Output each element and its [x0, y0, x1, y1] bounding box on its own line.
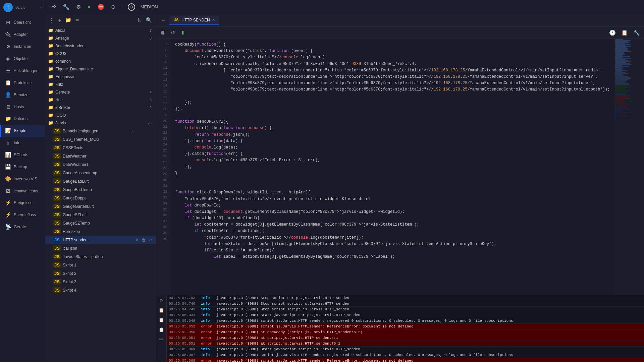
file-item[interactable]: 📁ioBroker2 [45, 104, 156, 111]
file-export-button[interactable]: ↗ [148, 204, 153, 209]
file-delete-button[interactable]: 🗑 [141, 162, 147, 167]
file-item[interactable]: JSDateWeather1▶🗑↗ [45, 160, 156, 169]
sidebar-item-hosts[interactable]: 🖥Hosts [0, 101, 45, 113]
file-status-button[interactable]: ▶ [135, 187, 140, 192]
file-item[interactable]: JSGaugeDoppel▶🗑↗ [45, 194, 156, 202]
log-icon-2[interactable]: 📋 [157, 306, 165, 314]
file-delete-button[interactable]: 🗑 [141, 262, 147, 268]
file-delete-button[interactable]: 🗑 [141, 170, 147, 176]
topbar-circle-icon[interactable]: ⊙ [110, 2, 117, 11]
sidebar-item-protokolle[interactable]: 📋Protokolle [0, 77, 45, 89]
file-status-button[interactable]: ▶ [135, 254, 140, 259]
file-item[interactable]: 📁common [45, 57, 156, 65]
file-delete-button[interactable]: 🗑 [141, 221, 147, 226]
file-item[interactable]: JSGaugeSZLuft▶🗑↗ [45, 210, 156, 219]
file-item[interactable]: 📁IOGO [45, 111, 156, 119]
sidebar-item-objekte[interactable]: ◈Objekte [0, 53, 45, 65]
sidebar-item-inventwo-vis[interactable]: 🎨inventwo VIS [0, 173, 45, 185]
topbar-green-icon[interactable]: ● [86, 3, 92, 11]
file-item[interactable]: 📁Geraete4 [45, 88, 156, 96]
et-refresh-icon[interactable]: ↺ [169, 28, 176, 37]
file-item[interactable]: JSHoroskop▶🗑↗ [45, 227, 156, 236]
file-item[interactable]: JSGaugeBadLuft▶🗑↗ [45, 177, 156, 185]
topbar-eye-icon[interactable]: 👁 [49, 3, 57, 11]
file-delete-button[interactable]: 🗑 [141, 195, 147, 201]
file-status-button[interactable]: ▶ [135, 145, 140, 150]
file-item[interactable]: 📁Ansage8 [45, 34, 156, 42]
file-delete-button[interactable]: 🗑 [141, 288, 147, 293]
file-status-button[interactable]: ▶ [135, 137, 140, 142]
file-delete-button[interactable]: 🗑 [141, 229, 147, 234]
file-item[interactable]: JSSkript 3▶🗑↗ [45, 278, 156, 286]
et-settings-icon[interactable]: 🔧 [632, 28, 641, 37]
log-icon-1[interactable]: ⊙ [158, 297, 164, 304]
file-item[interactable]: JSSkript 2▶🗑↗ [45, 269, 156, 278]
file-item[interactable]: JSical json▶🗑↗ [45, 244, 156, 252]
file-status-button[interactable]: ▶ [135, 170, 140, 176]
file-export-button[interactable]: ↗ [148, 212, 153, 218]
file-item[interactable]: JSBenachrichtigungen3▶🗑↗ [45, 127, 156, 135]
log-icon-5[interactable]: 👁 [158, 336, 165, 343]
file-export-button[interactable]: ↗ [148, 162, 153, 167]
sidebar-item-icontwo-icons[interactable]: 🖼icontwo Icons [0, 185, 45, 197]
file-item[interactable]: JSCSS_Themes_MCU▶🗑↗ [45, 135, 156, 143]
sidebar-collapse-button[interactable]: ‹ [40, 5, 42, 10]
file-delete-button[interactable]: 🗑 [141, 145, 147, 150]
file-delete-button[interactable]: 🗑 [141, 154, 147, 159]
topbar-wrench-icon[interactable]: 🔧 [61, 2, 71, 11]
file-status-button[interactable]: ▶ [135, 288, 140, 293]
sidebar-item-adapter[interactable]: 🔌Adapter [0, 28, 45, 41]
file-item[interactable]: 📁Jarvis25 [45, 119, 156, 127]
file-export-button[interactable]: ↗ [148, 187, 153, 192]
file-item[interactable]: JSHTTP senden⏸🗑↗ [45, 236, 156, 244]
sidebar-item-geraete[interactable]: 📡Geräte [0, 221, 45, 233]
file-export-button[interactable]: ↗ [148, 137, 153, 142]
file-item[interactable]: JSGaugeBadTemp▶🗑↗ [45, 185, 156, 194]
log-icon-3[interactable]: 📋 [157, 316, 165, 324]
file-item[interactable]: JSSkript 4▶🗑↗ [45, 286, 156, 294]
file-delete-button[interactable]: 🗑 [141, 137, 147, 142]
file-export-button[interactable]: ↗ [148, 254, 153, 259]
file-export-button[interactable]: ↗ [148, 271, 153, 276]
file-item[interactable]: JSGaugeSZTemp▶🗑↗ [45, 219, 156, 227]
file-export-button[interactable]: ↗ [148, 246, 153, 251]
sidebar-item-energiefluss[interactable]: ⚡Energiefluss [0, 209, 45, 221]
file-export-button[interactable]: ↗ [148, 279, 153, 285]
sidebar-item-benutzer[interactable]: 👤Benutzer [0, 89, 45, 101]
file-edit-icon[interactable]: ✏ [74, 16, 81, 24]
et-clock-icon[interactable]: 🕐 [608, 28, 617, 37]
topbar-gear-icon[interactable]: ⚙ [75, 2, 82, 11]
file-item[interactable]: 📁Ereignisse [45, 73, 156, 80]
file-status-button[interactable]: ▶ [135, 179, 140, 184]
file-item[interactable]: 📁Alexa7 [45, 26, 156, 34]
file-export-button[interactable]: ↗ [148, 128, 153, 134]
tab-back-button[interactable]: ← [159, 16, 168, 25]
file-delete-button[interactable]: 🗑 [141, 237, 147, 243]
file-status-button[interactable]: ▶ [135, 229, 140, 234]
file-search-icon[interactable]: 🔍 [145, 16, 153, 24]
file-delete-button[interactable]: 🗑 [141, 271, 147, 276]
file-item[interactable]: 📁CCU3 [45, 50, 156, 57]
file-export-button[interactable]: ↗ [148, 179, 153, 184]
file-export-button[interactable]: ↗ [148, 221, 153, 226]
topbar-stop-icon[interactable]: ⛔ [96, 2, 106, 11]
file-delete-button[interactable]: 🗑 [141, 204, 147, 209]
file-export-button[interactable]: ↗ [148, 229, 153, 234]
sidebar-item-instanzen[interactable]: ⚙Instanzen [0, 41, 45, 53]
file-delete-button[interactable]: 🗑 [141, 187, 147, 192]
file-item[interactable]: JSJarvis_States__prüfen▶🗑↗ [45, 252, 156, 261]
file-status-button[interactable]: ▶ [135, 246, 140, 251]
file-item[interactable]: 📁Eigene_Datenpunkte [45, 65, 156, 73]
file-export-button[interactable]: ↗ [148, 237, 153, 243]
sidebar-item-backup[interactable]: 💾Backup [0, 161, 45, 173]
sidebar-item-ereignisse[interactable]: ⚡Ereignisse [0, 197, 45, 209]
file-item[interactable]: JSDateWeather▶🗑↗ [45, 152, 156, 160]
file-status-button[interactable]: ▶ [135, 162, 140, 167]
file-status-button[interactable]: ▶ [135, 271, 140, 276]
file-export-button[interactable]: ↗ [148, 170, 153, 176]
file-item[interactable]: 📁Hue5 [45, 96, 156, 104]
et-play-icon[interactable]: ⏸ [179, 28, 187, 37]
file-add-icon[interactable]: + [57, 16, 62, 24]
sidebar-item-aufzaehlungen[interactable]: ☰Aufzählungen [0, 65, 45, 77]
file-export-button[interactable]: ↗ [148, 288, 153, 293]
